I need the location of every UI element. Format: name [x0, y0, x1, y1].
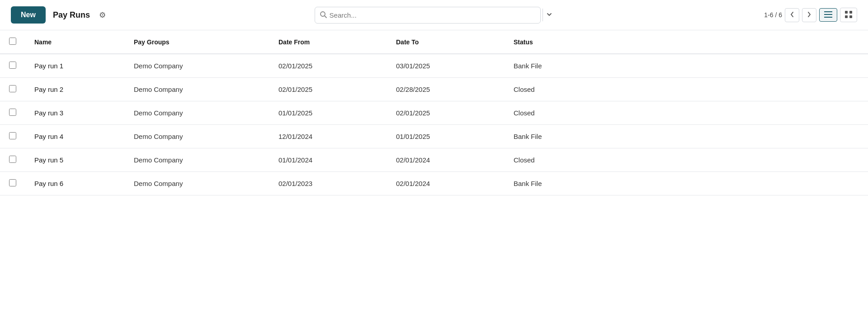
search-icon	[320, 11, 327, 19]
svg-rect-6	[849, 11, 852, 14]
row-pay-groups: Demo Company	[125, 172, 269, 195]
row-checkbox-cell	[0, 172, 25, 195]
row-date-from: 02/01/2025	[269, 78, 387, 101]
row-checkbox-cell	[0, 101, 25, 125]
row-checkbox-cell	[0, 54, 25, 78]
row-pay-groups: Demo Company	[125, 148, 269, 172]
row-date-to: 03/01/2025	[387, 54, 505, 78]
table-row: Pay run 1 Demo Company 02/01/2025 03/01/…	[0, 54, 868, 78]
row-checkbox-cell	[0, 148, 25, 172]
row-pay-groups: Demo Company	[125, 101, 269, 125]
row-date-to: 02/01/2024	[387, 172, 505, 195]
row-status: Closed	[505, 101, 868, 125]
header-status: Status	[505, 30, 868, 54]
row-status: Closed	[505, 78, 868, 101]
row-date-from: 01/01/2024	[269, 148, 387, 172]
row-name[interactable]: Pay run 6	[25, 172, 125, 195]
row-name[interactable]: Pay run 5	[25, 148, 125, 172]
row-name[interactable]: Pay run 4	[25, 125, 125, 148]
header-name: Name	[25, 30, 125, 54]
row-pay-groups: Demo Company	[125, 78, 269, 101]
toolbar: New Pay Runs ⚙	[0, 0, 868, 30]
row-status: Bank File	[505, 54, 868, 78]
svg-line-1	[325, 16, 326, 18]
select-all-checkbox[interactable]	[9, 38, 16, 45]
header-pay-groups: Pay Groups	[125, 30, 269, 54]
row-date-to: 02/01/2025	[387, 101, 505, 125]
row-checkbox-3[interactable]	[9, 109, 16, 116]
new-button[interactable]: New	[11, 6, 46, 24]
row-checkbox-5[interactable]	[9, 156, 16, 163]
row-pay-groups: Demo Company	[125, 54, 269, 78]
table-row: Pay run 2 Demo Company 02/01/2025 02/28/…	[0, 78, 868, 101]
table-container: Name Pay Groups Date From Date To Status…	[0, 30, 868, 319]
gear-icon[interactable]: ⚙	[99, 10, 106, 20]
pagination-info: 1-6 / 6	[764, 11, 782, 19]
table-row: Pay run 3 Demo Company 01/01/2025 02/01/…	[0, 101, 868, 125]
view-grid-button[interactable]	[840, 8, 857, 22]
pagination-controls: 1-6 / 6	[764, 8, 857, 22]
app-container: New Pay Runs ⚙	[0, 0, 868, 319]
svg-rect-7	[845, 15, 848, 18]
view-list-button[interactable]	[819, 8, 837, 22]
search-input[interactable]	[330, 7, 536, 23]
row-pay-groups: Demo Company	[125, 125, 269, 148]
row-date-to: 02/01/2024	[387, 148, 505, 172]
table-row: Pay run 5 Demo Company 01/01/2024 02/01/…	[0, 148, 868, 172]
row-checkbox-cell	[0, 78, 25, 101]
row-date-from: 02/01/2023	[269, 172, 387, 195]
table-row: Pay run 6 Demo Company 02/01/2023 02/01/…	[0, 172, 868, 195]
row-checkbox-2[interactable]	[9, 85, 16, 92]
pagination-next-button[interactable]	[802, 8, 816, 22]
row-status: Bank File	[505, 172, 868, 195]
svg-rect-5	[845, 11, 848, 14]
row-name[interactable]: Pay run 1	[25, 54, 125, 78]
svg-rect-8	[849, 15, 852, 18]
header-date-from: Date From	[269, 30, 387, 54]
row-date-to: 01/01/2025	[387, 125, 505, 148]
search-dropdown-button[interactable]	[542, 9, 556, 21]
row-status: Bank File	[505, 125, 868, 148]
row-status: Closed	[505, 148, 868, 172]
pagination-prev-button[interactable]	[785, 8, 799, 22]
row-checkbox-6[interactable]	[9, 179, 16, 186]
row-date-from: 01/01/2025	[269, 101, 387, 125]
row-name[interactable]: Pay run 3	[25, 101, 125, 125]
search-bar	[315, 7, 541, 24]
table-header-row: Name Pay Groups Date From Date To Status	[0, 30, 868, 54]
row-date-to: 02/28/2025	[387, 78, 505, 101]
row-date-from: 02/01/2025	[269, 54, 387, 78]
row-date-from: 12/01/2024	[269, 125, 387, 148]
page-title: Pay Runs	[53, 10, 90, 20]
table-body: Pay run 1 Demo Company 02/01/2025 03/01/…	[0, 54, 868, 195]
table-row: Pay run 4 Demo Company 12/01/2024 01/01/…	[0, 125, 868, 148]
header-date-to: Date To	[387, 30, 505, 54]
row-checkbox-cell	[0, 125, 25, 148]
row-checkbox-1[interactable]	[9, 62, 16, 69]
pay-runs-table: Name Pay Groups Date From Date To Status…	[0, 30, 868, 195]
row-name[interactable]: Pay run 2	[25, 78, 125, 101]
row-checkbox-4[interactable]	[9, 132, 16, 139]
header-checkbox-cell	[0, 30, 25, 54]
